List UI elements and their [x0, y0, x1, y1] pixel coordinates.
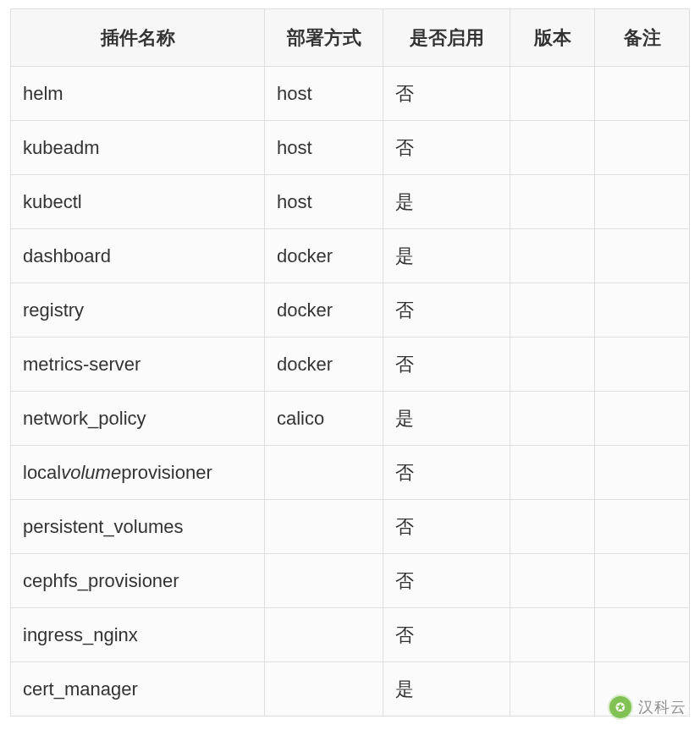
cell-notes [595, 500, 690, 554]
cell-plugin-name: dashboard [11, 229, 265, 283]
table-row: persistent_volumes否 [11, 500, 690, 554]
col-header-notes: 备注 [595, 9, 690, 67]
cell-version [510, 175, 595, 229]
cell-deploy: host [265, 67, 383, 121]
cell-deploy [265, 446, 383, 500]
cell-deploy: host [265, 175, 383, 229]
table-row: metrics-serverdocker否 [11, 338, 690, 392]
cell-enabled: 是 [383, 229, 510, 283]
plugins-table: 插件名称 部署方式 是否启用 版本 备注 helmhost否kubeadmhos… [10, 8, 690, 716]
table-header-row: 插件名称 部署方式 是否启用 版本 备注 [11, 9, 690, 67]
table-row: dashboarddocker是 [11, 229, 690, 283]
cell-deploy [265, 554, 383, 608]
col-header-name: 插件名称 [11, 9, 265, 67]
cell-version [510, 338, 595, 392]
cell-notes [595, 283, 690, 338]
cell-deploy [265, 662, 383, 716]
cell-deploy: docker [265, 283, 383, 338]
table-row: registrydocker否 [11, 283, 690, 338]
table-row: cephfs_provisioner否 [11, 554, 690, 608]
watermark-label: 汉科云 [638, 697, 686, 717]
col-header-enabled: 是否启用 [383, 9, 510, 67]
watermark: ✪ 汉科云 [609, 696, 686, 718]
col-header-version: 版本 [510, 9, 595, 67]
wechat-icon: ✪ [609, 696, 631, 718]
cell-version [510, 392, 595, 446]
table-row: localvolumeprovisioner否 [11, 446, 690, 500]
cell-plugin-name: cephfs_provisioner [11, 554, 265, 608]
cell-notes [595, 175, 690, 229]
cell-enabled: 否 [383, 121, 510, 175]
cell-version [510, 283, 595, 338]
cell-deploy [265, 500, 383, 554]
cell-plugin-name: cert_manager [11, 662, 265, 716]
cell-plugin-name: network_policy [11, 392, 265, 446]
cell-notes [595, 446, 690, 500]
cell-enabled: 否 [383, 338, 510, 392]
cell-notes [595, 392, 690, 446]
name-mid: volume [61, 462, 121, 483]
cell-enabled: 否 [383, 67, 510, 121]
cell-plugin-name: kubectl [11, 175, 265, 229]
cell-notes [595, 338, 690, 392]
cell-deploy: docker [265, 229, 383, 283]
cell-deploy: calico [265, 392, 383, 446]
cell-enabled: 否 [383, 446, 510, 500]
table-body: helmhost否kubeadmhost否kubectlhost是dashboa… [11, 67, 690, 716]
name-pre: local [23, 462, 61, 483]
cell-notes [595, 121, 690, 175]
cell-version [510, 229, 595, 283]
table-row: ingress_nginx否 [11, 608, 690, 662]
cell-plugin-name: registry [11, 283, 265, 338]
cell-enabled: 是 [383, 175, 510, 229]
cell-notes [595, 608, 690, 662]
cell-plugin-name: kubeadm [11, 121, 265, 175]
name-post: provisioner [121, 462, 212, 483]
cell-version [510, 662, 595, 716]
cell-version [510, 608, 595, 662]
table-row: kubeadmhost否 [11, 121, 690, 175]
cell-plugin-name: localvolumeprovisioner [11, 446, 265, 500]
cell-enabled: 是 [383, 392, 510, 446]
cell-plugin-name: metrics-server [11, 338, 265, 392]
cell-version [510, 500, 595, 554]
cell-plugin-name: persistent_volumes [11, 500, 265, 554]
cell-version [510, 67, 595, 121]
cell-version [510, 121, 595, 175]
cell-notes [595, 554, 690, 608]
cell-enabled: 否 [383, 608, 510, 662]
table-row: helmhost否 [11, 67, 690, 121]
table-row: kubectlhost是 [11, 175, 690, 229]
table-row: cert_manager是 [11, 662, 690, 716]
cell-plugin-name: helm [11, 67, 265, 121]
cell-enabled: 否 [383, 283, 510, 338]
cell-deploy: host [265, 121, 383, 175]
cell-enabled: 否 [383, 554, 510, 608]
cell-deploy: docker [265, 338, 383, 392]
cell-notes [595, 67, 690, 121]
cell-deploy [265, 608, 383, 662]
cell-version [510, 446, 595, 500]
cell-enabled: 是 [383, 662, 510, 716]
table-row: network_policycalico是 [11, 392, 690, 446]
cell-notes [595, 229, 690, 283]
cell-version [510, 554, 595, 608]
cell-plugin-name: ingress_nginx [11, 608, 265, 662]
cell-enabled: 否 [383, 500, 510, 554]
col-header-deploy: 部署方式 [265, 9, 383, 67]
